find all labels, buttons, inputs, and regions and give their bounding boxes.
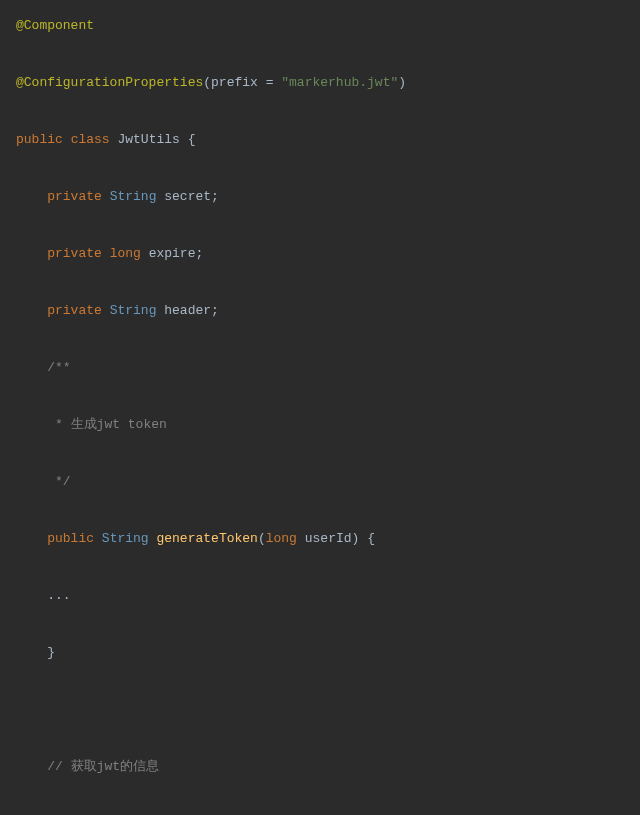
keyword: public	[16, 132, 63, 147]
string-literal: "markerhub.jwt"	[281, 75, 398, 90]
brace: }	[16, 645, 55, 660]
field: secret;	[156, 189, 218, 204]
field: expire;	[141, 246, 203, 261]
keyword: class	[71, 132, 110, 147]
brace: {	[180, 132, 196, 147]
type: String	[102, 531, 149, 546]
paren: (	[258, 531, 266, 546]
keyword: public	[47, 531, 94, 546]
brace: {	[359, 531, 375, 546]
class-name: JwtUtils	[117, 132, 179, 147]
comment: */	[16, 474, 71, 489]
param: userId	[297, 531, 352, 546]
code-text: )	[398, 75, 406, 90]
annotation: @ConfigurationProperties	[16, 75, 203, 90]
type: String	[110, 303, 157, 318]
keyword: private	[47, 189, 102, 204]
blank-line	[16, 702, 24, 717]
comment: /**	[16, 360, 71, 375]
keyword: private	[47, 303, 102, 318]
method-name: generateToken	[156, 531, 257, 546]
comment: // 获取jwt的信息	[16, 759, 159, 774]
annotation: @Component	[16, 18, 94, 33]
code-text: (prefix =	[203, 75, 281, 90]
type: String	[110, 189, 157, 204]
comment: * 生成jwt token	[16, 417, 167, 432]
ellipsis: ...	[16, 588, 71, 603]
keyword: private	[47, 246, 102, 261]
code-block: @Component @ConfigurationProperties(pref…	[16, 16, 624, 815]
type: long	[110, 246, 141, 261]
field: header;	[156, 303, 218, 318]
type: long	[266, 531, 297, 546]
